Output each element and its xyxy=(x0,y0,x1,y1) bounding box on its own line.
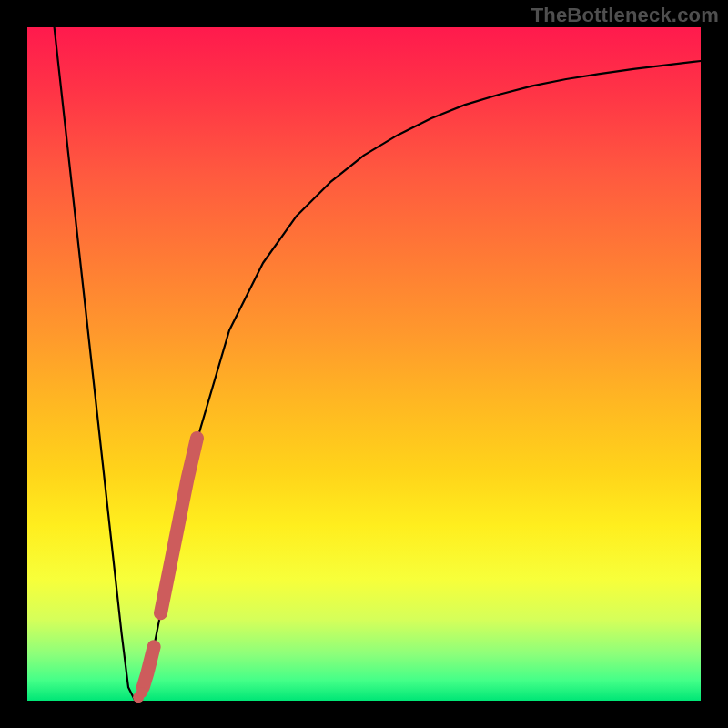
plot-area xyxy=(27,27,701,701)
chart-frame: TheBottleneck.com xyxy=(0,0,728,728)
dot xyxy=(136,687,147,698)
curve-path xyxy=(55,27,701,701)
dot-segment xyxy=(143,647,154,687)
curve-layer xyxy=(27,27,701,701)
dot-segment xyxy=(161,438,197,612)
bottleneck-curve xyxy=(55,27,701,701)
dots-cluster xyxy=(133,438,197,703)
watermark-text: TheBottleneck.com xyxy=(531,4,719,27)
